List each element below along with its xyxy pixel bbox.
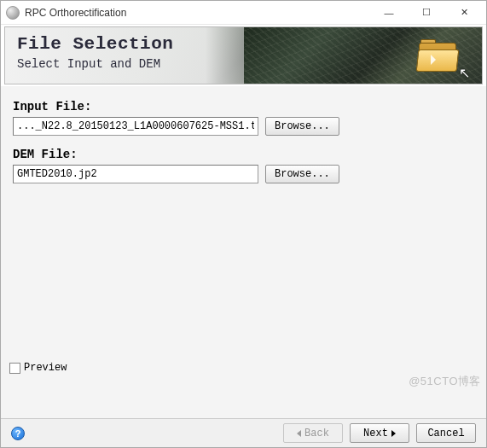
preview-checkbox-row[interactable]: Preview — [9, 362, 67, 374]
dem-file-field[interactable] — [13, 165, 258, 183]
chevron-right-icon — [391, 430, 396, 437]
dem-browse-button[interactable]: Browse... — [265, 165, 339, 183]
app-icon — [6, 6, 20, 20]
dem-file-label: DEM File: — [13, 148, 474, 161]
input-browse-button[interactable]: Browse... — [265, 117, 339, 136]
input-file-field[interactable] — [13, 117, 258, 136]
preview-checkbox[interactable] — [9, 363, 20, 374]
next-button[interactable]: Next — [350, 423, 409, 443]
title-bar: RPC Orthorectification — ☐ ✕ — [1, 1, 486, 25]
input-file-row: Browse... — [13, 117, 474, 136]
app-window: RPC Orthorectification — ☐ ✕ File Select… — [0, 0, 487, 448]
banner-subheading: Select Input and DEM — [17, 57, 470, 71]
wizard-footer: ? Back Next Cancel — [1, 418, 486, 447]
help-icon[interactable]: ? — [11, 427, 25, 440]
input-file-label: Input File: — [13, 100, 474, 113]
watermark-text: @51CTO博客 — [409, 374, 481, 389]
chevron-left-icon — [297, 430, 301, 437]
open-folder-icon — [417, 39, 460, 72]
wizard-banner: File Selection Select Input and DEM ↖ — [4, 26, 483, 84]
wizard-body: Input File: Browse... DEM File: Browse..… — [1, 86, 486, 418]
window-title: RPC Orthorectification — [25, 7, 370, 19]
back-button: Back — [283, 423, 343, 443]
banner-heading: File Selection — [17, 34, 470, 54]
close-button[interactable]: ✕ — [445, 3, 483, 22]
preview-label: Preview — [24, 362, 67, 374]
dem-file-row: Browse... — [13, 165, 474, 183]
cancel-button[interactable]: Cancel — [416, 423, 476, 443]
maximize-button[interactable]: ☐ — [408, 3, 445, 22]
minimize-button[interactable]: — — [370, 3, 408, 22]
